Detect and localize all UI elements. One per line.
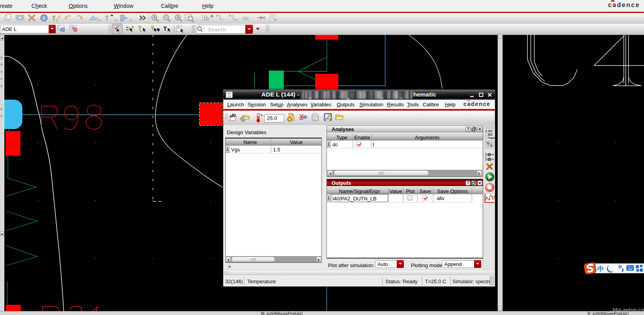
svg-text:T: T [105,15,109,22]
svg-text:中: 中 [597,265,604,273]
svg-text:Trans: Trans [488,136,496,140]
svg-text:abc: abc [243,16,249,20]
svg-text:T: T [163,25,167,32]
svg-text:°c: °c [260,113,263,117]
svg-text:DC: DC [488,133,493,137]
svg-text:T: T [52,15,56,21]
